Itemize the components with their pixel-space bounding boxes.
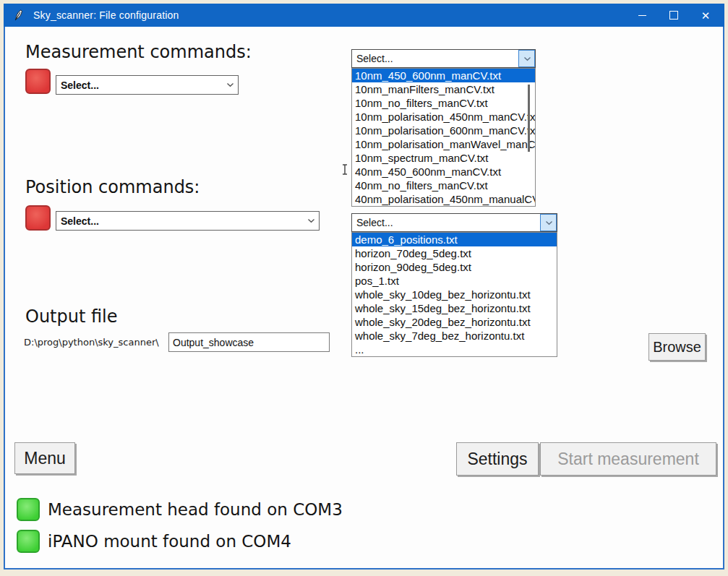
position-file-option[interactable]: demo_6_positions.txt <box>352 233 557 246</box>
measurement-head-status-indicator <box>17 498 40 521</box>
measurement-file-option[interactable]: 10nm_polarisation_450nm_manCV.txt <box>352 110 535 124</box>
position-file-option[interactable]: whole_sky_15deg_bez_horizontu.txt <box>352 301 557 315</box>
measurement-file-option[interactable]: 10nm_no_filters_manCV.txt <box>352 96 535 110</box>
position-file-dropdown-list: demo_6_positions.txt horizon_70deg_5deg.… <box>351 232 557 357</box>
position-file-option[interactable]: horizon_70deg_5deg.txt <box>352 246 557 260</box>
measurement-file-option[interactable]: 10nm_polarisation_manWavel_manCV.txt <box>352 137 535 151</box>
position-file-combobox[interactable]: Select... <box>351 213 557 232</box>
output-path-label: D:\prog\python\sky_scanner\ <box>24 337 159 348</box>
dropdown-scrollbar[interactable] <box>528 85 530 152</box>
text-cursor-icon <box>341 163 348 176</box>
measurement-commands-heading: Measurement commands: <box>25 42 252 62</box>
measurement-file-combobox[interactable]: Select... <box>351 49 536 68</box>
position-commands-heading: Position commands: <box>25 177 200 197</box>
position-command-combobox-value: Select... <box>56 215 303 227</box>
output-file-heading: Output file <box>25 306 118 327</box>
measurement-file-option[interactable]: 40nm_no_filters_manCV.txt <box>352 179 535 192</box>
position-file-option[interactable]: horizon_90deg_5deg.txt <box>352 260 557 274</box>
ipano-mount-status-text: iPANO mount found on COM4 <box>48 532 291 551</box>
tk-feather-app-icon <box>13 9 24 21</box>
measurement-file-option[interactable]: 40nm_450_600nm_manCV.txt <box>352 165 535 179</box>
chevron-down-icon[interactable] <box>303 212 319 230</box>
output-filename-input[interactable] <box>168 332 330 352</box>
position-file-option[interactable]: pos_1.txt <box>352 274 557 288</box>
title-bar: Sky_scanner: File configuration ✕ <box>4 4 724 27</box>
measurement-file-option[interactable]: 10nm_spectrum_manCV.txt <box>352 151 535 165</box>
minimize-icon <box>638 15 646 16</box>
start-measurement-button[interactable]: Start measurement <box>540 442 716 476</box>
measurement-file-option[interactable]: 10nm_450_600nm_manCV.txt <box>352 69 535 82</box>
position-file-option[interactable]: whole_sky_20deg_bez_horizontu.txt <box>352 315 557 329</box>
measurement-command-combobox-value: Select... <box>56 79 222 91</box>
position-command-combobox[interactable]: Select... <box>56 211 320 231</box>
measurement-file-option[interactable]: 40nm_polarisation_450nm_manualCV.txt <box>352 192 535 206</box>
menu-button[interactable]: Menu <box>14 442 75 474</box>
position-status-indicator <box>25 205 51 231</box>
position-file-option[interactable]: ... <box>352 343 557 356</box>
close-button[interactable]: ✕ <box>690 4 721 27</box>
maximize-button[interactable] <box>658 4 690 27</box>
position-file-option[interactable]: whole_sky_10deg_bez_horizontu.txt <box>352 288 557 301</box>
position-file-combobox-value: Select... <box>352 217 540 228</box>
measurement-file-option[interactable]: 10nm_manFilters_manCV.txt <box>352 82 535 96</box>
settings-button[interactable]: Settings <box>456 442 539 476</box>
maximize-icon <box>669 11 678 20</box>
measurement-file-combobox-value: Select... <box>352 53 518 64</box>
chevron-down-icon[interactable] <box>518 50 535 67</box>
browse-button[interactable]: Browse <box>648 333 706 361</box>
measurement-file-dropdown-list: 10nm_450_600nm_manCV.txt 10nm_manFilters… <box>351 68 536 207</box>
chevron-down-icon[interactable] <box>222 76 238 94</box>
close-icon: ✕ <box>701 10 711 21</box>
ipano-mount-status-indicator <box>17 530 40 553</box>
window-title: Sky_scanner: File configuration <box>33 9 179 21</box>
measurement-file-option[interactable]: 10nm_polarisation_600nm_manCV.txt <box>352 124 535 137</box>
position-file-option[interactable]: whole_sky_7deg_bez_horizontu.txt <box>352 329 557 343</box>
measurement-command-combobox[interactable]: Select... <box>56 75 239 95</box>
measurement-head-status-text: Measurement head found on COM3 <box>48 500 343 519</box>
minimize-button[interactable] <box>626 4 658 27</box>
chevron-down-icon[interactable] <box>540 214 557 231</box>
measurement-status-indicator <box>25 69 51 94</box>
